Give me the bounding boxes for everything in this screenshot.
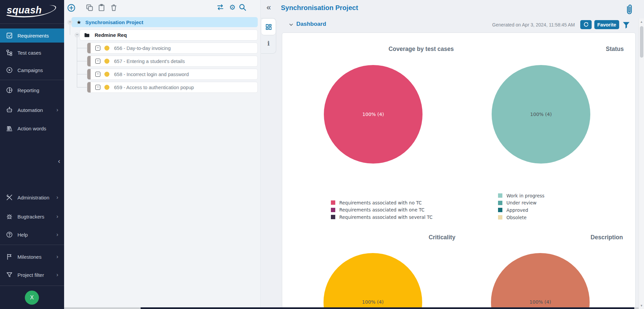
legend-swatch <box>498 215 502 220</box>
requirements-tree-panel: ⚙ − ★ Synchronisation Project − Redmine … <box>64 0 261 309</box>
legend-swatch <box>498 208 502 212</box>
pie-criticality-label: 100% (4) <box>362 299 384 305</box>
sidebar-divider <box>0 80 64 80</box>
sidebar-collapse-chevron[interactable]: ‹ <box>55 157 63 165</box>
pie-icon <box>6 86 13 94</box>
favorite-button[interactable]: Favorite <box>594 20 619 29</box>
sidebar-item-label: Reporting <box>17 87 39 93</box>
tree-node-folder[interactable]: Redmine Req <box>80 29 258 41</box>
requirement-color-bar <box>87 82 91 93</box>
collapse-panel-icon[interactable]: « <box>266 3 271 12</box>
tab-dashboard[interactable] <box>261 19 276 35</box>
info-icon: i <box>267 40 269 47</box>
folder-label: Redmine Req <box>95 32 127 38</box>
sidebar-item-project-filter[interactable]: Project filter › <box>0 268 64 282</box>
legend-label: Obsolete <box>506 215 527 220</box>
sidebar-item-label: Action words <box>17 126 46 131</box>
refresh-button[interactable] <box>580 20 592 29</box>
flag-icon <box>6 253 13 260</box>
requirement-mode-icon: − <box>95 72 100 77</box>
sidebar-item-campaigns[interactable]: Campaigns <box>0 63 64 77</box>
scroll-up-icon[interactable]: ▲ <box>639 20 644 23</box>
sidebar-item-label: Requirements <box>17 33 49 39</box>
sidebar-item-label: Milestones <box>17 254 42 260</box>
funnel-icon <box>6 271 13 279</box>
legend-row: Approved <box>498 206 544 214</box>
sidebar-item-label: Automation <box>17 107 43 113</box>
sidebar-item-label: Administration <box>17 195 49 200</box>
filter-funnel-icon[interactable] <box>622 21 631 29</box>
legend-label: Requirements associated with no TC <box>339 200 422 205</box>
legend-row: Obsolete <box>498 214 544 221</box>
sidebar-item-bugtrackers[interactable]: Bugtrackers › <box>0 209 64 224</box>
vertical-scrollbar-thumb[interactable] <box>640 26 643 58</box>
attachment-icon[interactable] <box>625 3 634 16</box>
tree-icon <box>6 49 13 56</box>
horizontal-scrollbar[interactable] <box>64 307 639 309</box>
copy-icon[interactable] <box>86 4 94 12</box>
user-avatar[interactable]: X <box>25 291 39 305</box>
bug-icon <box>6 213 13 220</box>
library-icon <box>6 125 13 132</box>
tree-node-requirement[interactable]: − 656 - Day-to-day invoicing <box>87 43 258 54</box>
scroll-down-icon[interactable]: ▼ <box>639 304 644 307</box>
sidebar-item-administration[interactable]: Administration › <box>0 190 64 204</box>
requirement-label: 658 - Incorrect login and password <box>114 72 189 77</box>
requirement-label: 656 - Day-to-day invoicing <box>114 46 170 51</box>
legend-label: Work in progress <box>506 193 544 198</box>
status-dot-icon <box>104 59 109 64</box>
sidebar-item-reporting[interactable]: Reporting <box>0 83 64 97</box>
settings-gear-icon[interactable]: ⚙ <box>229 3 236 11</box>
status-dot-icon <box>104 46 109 51</box>
chart-title-criticality: Criticality <box>429 234 455 241</box>
tools-icon <box>6 194 13 201</box>
collapse-toggle[interactable]: − <box>75 33 80 38</box>
search-icon[interactable] <box>238 3 247 11</box>
tree-node-requirement[interactable]: − 659 - Access to authentication popup <box>87 82 258 93</box>
chevron-right-icon: › <box>56 194 58 201</box>
logo-text: squash <box>7 5 42 16</box>
checkbox-icon <box>6 32 13 39</box>
vertical-scrollbar[interactable]: ▲ ▼ <box>639 18 644 309</box>
tree-connector <box>70 25 70 35</box>
legend-swatch <box>498 201 502 205</box>
section-chevron-down-icon[interactable] <box>289 22 294 27</box>
tree-connector <box>77 48 87 48</box>
dashboard-grid-icon <box>265 23 272 30</box>
legend-label: Requirements associated with several TC <box>339 214 433 220</box>
main-panel: « Synchronisation Project i Dashboard Ge… <box>261 0 644 309</box>
swap-panels-icon[interactable] <box>216 3 225 11</box>
section-title-dashboard[interactable]: Dashboard <box>296 21 326 27</box>
coverage-legend: Requirements associated with no TC Requi… <box>331 199 433 221</box>
sidebar-item-help[interactable]: Help › <box>0 228 64 242</box>
tree-node-requirement[interactable]: − 658 - Incorrect login and password <box>87 69 258 80</box>
requirement-mode-icon: − <box>95 46 100 51</box>
tree-node-requirement[interactable]: − 657 - Entering a student's details <box>87 56 258 67</box>
sidebar-item-label: Campaigns <box>17 67 43 73</box>
sidebar-item-test-cases[interactable]: Test cases <box>0 46 64 60</box>
delete-icon[interactable] <box>110 4 118 12</box>
requirement-mode-icon: − <box>95 85 100 90</box>
collapse-toggle[interactable]: − <box>67 20 72 25</box>
sidebar-item-label: Project filter <box>17 272 44 278</box>
sidebar-item-action-words[interactable]: Action words <box>0 121 64 135</box>
dashboard-card: Coverage by test cases Status Criticalit… <box>282 33 636 309</box>
tab-information[interactable]: i <box>261 36 276 51</box>
add-button[interactable] <box>67 3 76 12</box>
legend-label: Approved <box>506 207 528 213</box>
sidebar-item-automation[interactable]: Automation › <box>0 103 64 117</box>
requirement-color-bar <box>87 56 91 67</box>
horizontal-scrollbar-thumb[interactable] <box>141 307 634 309</box>
tree-connector <box>77 74 87 74</box>
legend-label: Under review <box>506 200 537 205</box>
pie-status-label: 100% (4) <box>530 112 552 117</box>
status-dot-icon <box>104 85 109 90</box>
squash-logo[interactable]: squash <box>5 2 60 19</box>
sidebar-item-milestones[interactable]: Milestones › <box>0 250 64 264</box>
project-label: Synchronisation Project <box>85 19 143 25</box>
main-tabstrip: i <box>261 18 276 54</box>
sidebar: squash Requirements Test cases Campaigns <box>0 0 64 309</box>
paste-icon[interactable] <box>97 3 106 12</box>
tree-node-project[interactable]: ★ Synchronisation Project <box>71 17 258 27</box>
sidebar-item-requirements[interactable]: Requirements <box>0 28 64 43</box>
